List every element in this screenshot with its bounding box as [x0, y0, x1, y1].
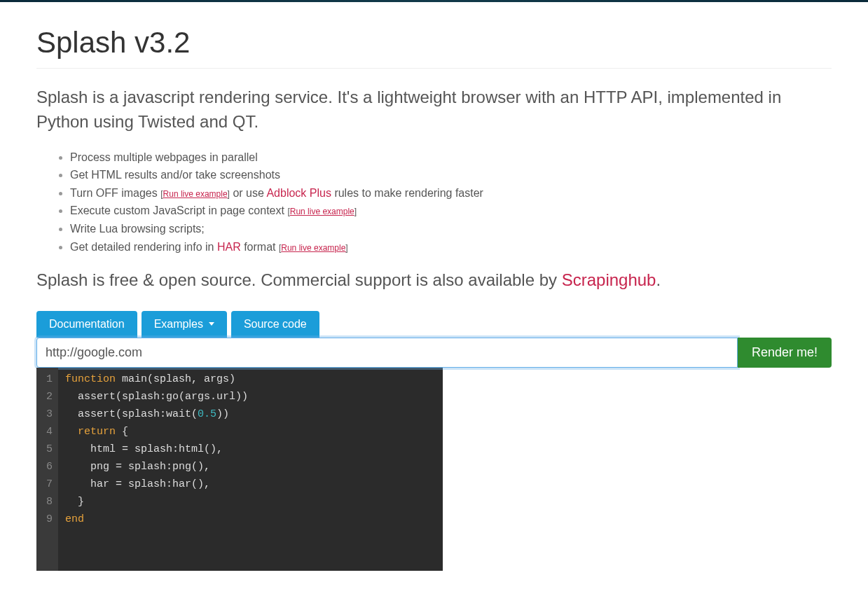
window-top-border — [0, 0, 868, 2]
feature-list: Process multiple webpages in parallel Ge… — [36, 148, 832, 256]
feature-item: Get detailed rendering info in HAR forma… — [70, 238, 832, 256]
code-area[interactable]: function main(splash, args) assert(splas… — [58, 368, 443, 571]
code-text: har = splash:har(), — [65, 478, 210, 490]
oss-post: . — [656, 270, 661, 289]
line-number-gutter: 1 2 3 4 5 6 7 8 9 — [36, 368, 58, 571]
intro-text: Splash is a javascript rendering service… — [36, 85, 832, 134]
examples-label: Examples — [154, 318, 203, 331]
code-editor[interactable]: 1 2 3 4 5 6 7 8 9 function main(splash, … — [36, 368, 443, 571]
code-keyword: end — [65, 513, 84, 525]
feature-item: Process multiple webpages in parallel — [70, 148, 832, 167]
feature-text: Execute custom JavaScript in page contex… — [70, 205, 287, 216]
examples-dropdown-button[interactable]: Examples — [142, 311, 227, 338]
action-button-row: Documentation Examples Source code — [36, 311, 832, 338]
feature-text: Turn OFF images — [70, 187, 160, 199]
documentation-button[interactable]: Documentation — [36, 311, 137, 338]
feature-item: Execute custom JavaScript in page contex… — [70, 202, 832, 220]
feature-item: Get HTML results and/or take screenshots — [70, 166, 832, 184]
code-text: )) — [216, 408, 229, 420]
har-link[interactable]: HAR — [217, 241, 241, 253]
open-source-text: Splash is free & open source. Commercial… — [36, 268, 832, 293]
scrapinghub-link[interactable]: Scrapinghub — [562, 270, 656, 289]
feature-text: rules to make rendering faster — [331, 187, 483, 199]
code-text: main(splash, args) — [116, 373, 235, 385]
oss-pre: Splash is free & open source. Commercial… — [36, 270, 562, 289]
run-live-example-link[interactable]: Run live example — [160, 189, 230, 199]
feature-text: format — [241, 241, 279, 253]
code-text: html = splash:html(), — [65, 443, 223, 455]
code-keyword: return — [65, 426, 116, 438]
code-text: assert(splash:wait( — [65, 408, 198, 420]
url-form: Render me! — [36, 338, 832, 368]
feature-item: Turn OFF images Run live example or use … — [70, 184, 832, 202]
url-input[interactable] — [36, 338, 738, 368]
feature-text: Get detailed rendering info in — [70, 241, 217, 253]
page-title: Splash v3.2 — [36, 26, 832, 69]
code-text: { — [116, 426, 128, 438]
caret-down-icon — [209, 322, 214, 326]
code-keyword: function — [65, 373, 116, 385]
render-button[interactable]: Render me! — [738, 338, 832, 368]
source-code-button[interactable]: Source code — [231, 311, 319, 338]
feature-item: Write Lua browsing scripts; — [70, 220, 832, 238]
code-text: assert(splash:go(args.url)) — [65, 391, 248, 403]
feature-text: or use — [230, 187, 266, 199]
run-live-example-link[interactable]: Run live example — [279, 243, 348, 253]
code-text: } — [65, 496, 84, 508]
adblock-plus-link[interactable]: Adblock Plus — [266, 187, 331, 199]
code-text: png = splash:png(), — [65, 461, 210, 473]
code-number: 0.5 — [198, 408, 216, 420]
run-live-example-link[interactable]: Run live example — [287, 207, 357, 216]
